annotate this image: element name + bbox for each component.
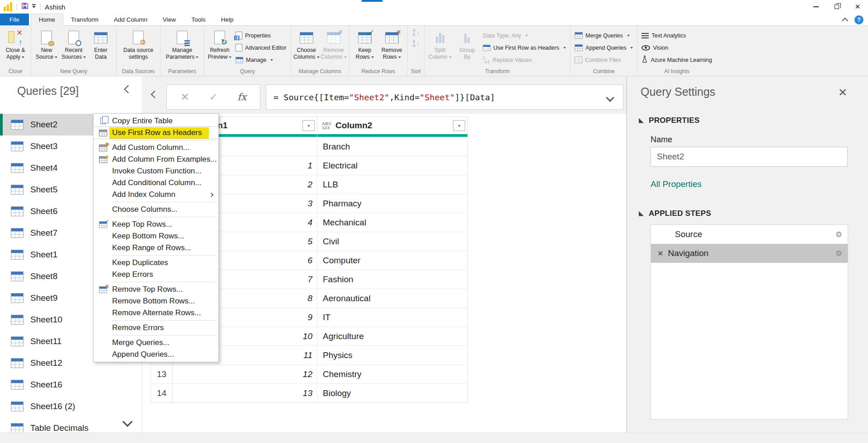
cancel-formula-icon[interactable]: ✕ bbox=[180, 91, 189, 103]
data-source-settings-button[interactable]: ⚙ Data source settings bbox=[119, 28, 158, 61]
menu-item-remove-top-rows[interactable]: ✕Remove Top Rows... bbox=[94, 284, 218, 295]
table-row[interactable]: 1312Chemistry bbox=[151, 364, 467, 383]
tab-file[interactable]: File bbox=[0, 14, 29, 25]
split-column-button[interactable]: Split Column bbox=[427, 28, 453, 61]
azure-machine-learning-button[interactable]: Azure Machine Learning bbox=[640, 54, 714, 66]
data-type-button[interactable]: Data Type: Any bbox=[481, 29, 568, 42]
delete-step-icon[interactable]: ✕ bbox=[657, 249, 663, 258]
menu-item-keep-duplicates[interactable]: Keep Duplicates bbox=[94, 257, 218, 269]
close-window-button[interactable]: ✕ bbox=[847, 0, 868, 14]
tab-transform[interactable]: Transform bbox=[63, 14, 106, 25]
menu-item-add-custom-column[interactable]: ✱Add Custom Column... bbox=[94, 142, 218, 154]
text-analytics-icon bbox=[642, 33, 649, 38]
gear-icon[interactable]: ⚙ bbox=[835, 230, 842, 239]
query-name-input[interactable] bbox=[651, 147, 848, 167]
close-query-settings-icon[interactable]: ✕ bbox=[838, 86, 847, 99]
menu-item-invoke-custom-function[interactable]: Invoke Custom Function... bbox=[94, 165, 218, 177]
column-header-column2[interactable]: ABC123 Column2 bbox=[317, 117, 467, 134]
menu-item-keep-bottom-rows[interactable]: Keep Bottom Rows... bbox=[94, 230, 218, 242]
choose-columns-icon bbox=[300, 32, 313, 43]
use-first-row-as-headers-button[interactable]: Use First Row as Headers bbox=[481, 42, 568, 54]
minimize-button[interactable] bbox=[806, 0, 826, 14]
refresh-preview-button[interactable]: ↻ Refresh Preview bbox=[207, 28, 233, 61]
table-context-menu: Copy Entire Table Use First Row as Heade… bbox=[93, 113, 219, 362]
help-icon[interactable]: ? bbox=[854, 15, 863, 24]
menu-item-remove-bottom-rows[interactable]: Remove Bottom Rows... bbox=[94, 295, 218, 307]
combine-files-button[interactable]: ↓↓Combine Files bbox=[573, 54, 635, 66]
remove-rows-button[interactable]: ✕ Remove Rows bbox=[379, 28, 405, 61]
remove-columns-button[interactable]: ✕ Remove Columns bbox=[321, 28, 347, 61]
all-properties-link[interactable]: All Properties bbox=[651, 179, 702, 189]
merge-queries-button[interactable]: Merge Queries bbox=[573, 29, 635, 42]
choose-columns-button[interactable]: Choose Columns bbox=[293, 28, 320, 61]
tab-add-column[interactable]: Add Column bbox=[106, 14, 155, 25]
column2-filter-button[interactable] bbox=[453, 120, 465, 131]
tab-home[interactable]: Home bbox=[31, 14, 63, 26]
collapse-ribbon-icon[interactable] bbox=[842, 17, 848, 23]
vision-button[interactable]: Vision bbox=[640, 42, 714, 54]
properties-section-header[interactable]: PROPERTIES bbox=[639, 116, 700, 125]
group-label-reduce-rows: Reduce Rows bbox=[352, 68, 405, 76]
menu-item-choose-columns[interactable]: Choose Columns... bbox=[94, 204, 218, 215]
dropdown-arrow-icon bbox=[270, 59, 273, 62]
menu-item-use-first-row-as-headers[interactable]: Use First Row as Headers bbox=[94, 127, 218, 139]
split-column-icon bbox=[436, 32, 444, 43]
text-analytics-button[interactable]: Text Analytics bbox=[640, 29, 714, 42]
close-and-apply-button[interactable]: ✕↑ Close & Apply bbox=[2, 28, 28, 61]
dropdown-arrow-icon bbox=[563, 47, 566, 50]
dropdown-arrow-icon bbox=[525, 35, 528, 38]
manage-button[interactable]: Manage bbox=[234, 54, 288, 66]
menu-item-remove-alternate-rows[interactable]: Remove Alternate Rows... bbox=[94, 307, 218, 319]
manage-parameters-button[interactable]: Manage Parameters bbox=[163, 28, 202, 61]
query-settings-title: Query Settings bbox=[641, 85, 715, 98]
menu-item-append-queries[interactable]: Append Queries... bbox=[94, 349, 218, 360]
menu-item-add-column-from-examples[interactable]: Add Column From Examples... bbox=[94, 154, 218, 165]
query-item-sheet16[interactable]: Sheet16 bbox=[0, 374, 142, 396]
save-icon[interactable] bbox=[21, 2, 28, 11]
menu-item-add-conditional-column[interactable]: Add Conditional Column... bbox=[94, 177, 218, 189]
menu-item-keep-errors[interactable]: Keep Errors bbox=[94, 269, 218, 280]
copy-icon bbox=[98, 118, 108, 124]
table-row[interactable]: 1413Biology bbox=[151, 383, 467, 402]
fx-icon[interactable]: fx bbox=[237, 92, 246, 103]
quick-access-caret-icon[interactable] bbox=[32, 4, 36, 10]
applied-step-navigation[interactable]: ✕ Navigation ⚙ bbox=[651, 244, 848, 263]
recent-sources-button[interactable]: Recent Sources bbox=[61, 28, 87, 61]
applied-steps-section-header[interactable]: APPLIED STEPS bbox=[639, 209, 711, 218]
commit-formula-icon[interactable]: ✓ bbox=[209, 91, 217, 103]
menu-item-add-index-column[interactable]: Add Index Column bbox=[94, 189, 218, 201]
tab-help[interactable]: Help bbox=[213, 14, 241, 25]
replace-values-button[interactable]: 1 ↳2Replace Values bbox=[481, 54, 568, 66]
menu-item-merge-queries[interactable]: Merge Queries... bbox=[94, 337, 218, 349]
gear-icon[interactable]: ⚙ bbox=[835, 249, 842, 258]
column1-filter-button[interactable] bbox=[302, 120, 315, 131]
menu-item-copy-entire-table[interactable]: Copy Entire Table bbox=[94, 115, 218, 127]
menu-item-keep-range-of-rows[interactable]: Keep Range of Rows... bbox=[94, 242, 218, 254]
table-icon bbox=[11, 206, 24, 216]
tab-view[interactable]: View bbox=[155, 14, 184, 25]
expand-formula-bar-icon[interactable] bbox=[606, 93, 614, 102]
menu-item-remove-errors[interactable]: Remove Errors bbox=[94, 322, 218, 334]
group-by-button[interactable]: Group By bbox=[454, 28, 480, 61]
remove-rows-icon: ✕ bbox=[98, 286, 108, 293]
properties-button[interactable]: Properties bbox=[234, 29, 288, 42]
sort-descending-icon[interactable]: ZA↓ bbox=[413, 40, 420, 48]
restore-button[interactable] bbox=[826, 0, 847, 14]
formula-bar-collapse-icon[interactable] bbox=[151, 91, 159, 98]
keep-rows-button[interactable]: ✓ Keep Rows bbox=[352, 28, 378, 61]
advanced-editor-button[interactable]: Advanced Editor bbox=[234, 42, 288, 54]
enter-data-button[interactable]: Enter Data bbox=[88, 28, 114, 61]
query-item-sheet16-2[interactable]: Sheet16 (2) bbox=[0, 396, 142, 417]
formula-input[interactable]: = Source{[Item="Sheet2",Kind="Sheet"]}[D… bbox=[266, 84, 623, 110]
use-first-row-icon bbox=[483, 45, 491, 51]
sort-ascending-icon[interactable]: AZ↓ bbox=[413, 28, 420, 37]
menu-item-keep-top-rows[interactable]: ✓Keep Top Rows... bbox=[94, 219, 218, 230]
new-source-button[interactable]: New Source bbox=[33, 28, 60, 61]
append-queries-button[interactable]: Append Queries bbox=[573, 42, 635, 54]
filter-arrow-icon bbox=[458, 125, 461, 128]
collapse-queries-pane-icon[interactable] bbox=[124, 85, 132, 93]
applied-step-source[interactable]: Source ⚙ bbox=[651, 225, 848, 244]
tab-tools[interactable]: Tools bbox=[184, 14, 213, 25]
dropdown-arrow-icon bbox=[22, 56, 24, 60]
close-icon: ✕ bbox=[855, 3, 861, 11]
